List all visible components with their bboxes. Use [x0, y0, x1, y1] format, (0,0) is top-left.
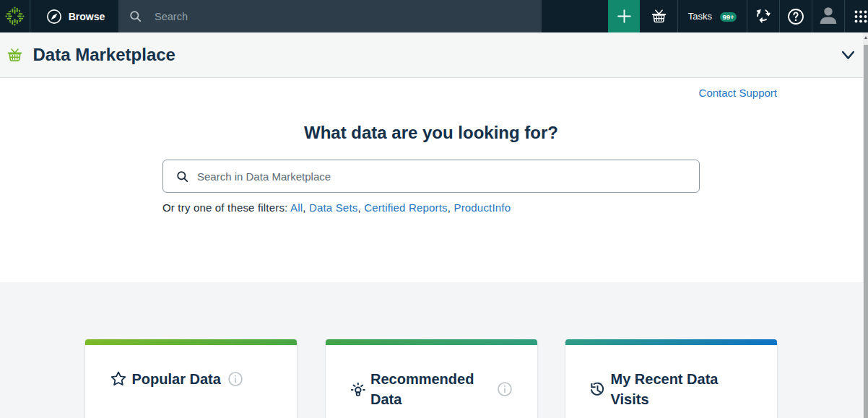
vertical-scrollbar[interactable]: [863, 32, 868, 418]
hero-heading: What data are you looking for?: [85, 121, 777, 144]
recent-visits-card[interactable]: My Recent Data Visits: [565, 339, 777, 418]
recommended-data-card[interactable]: Recommended Data: [326, 339, 537, 418]
scrollbar-thumb[interactable]: [864, 45, 868, 418]
marketplace-search-box[interactable]: [162, 160, 700, 193]
filters-prefix: Or try one of these filters:: [162, 201, 287, 214]
apps-menu-button[interactable]: [844, 0, 868, 32]
plus-icon: [617, 9, 632, 24]
scrollbar-up-arrow[interactable]: [864, 36, 867, 39]
tasks-button[interactable]: Tasks 99+: [677, 0, 747, 32]
marketplace-basket-icon: [7, 48, 22, 62]
apps-grid-icon: [854, 10, 867, 23]
star-icon: [110, 371, 126, 387]
marketplace-search-input[interactable]: [197, 170, 699, 183]
card-accent-strip: [565, 339, 777, 345]
help-icon: [787, 8, 804, 25]
card-title: Popular Data: [132, 369, 221, 389]
global-search-input[interactable]: [155, 11, 443, 22]
card-title: My Recent Data Visits: [611, 369, 731, 409]
filter-link-certified-reports[interactable]: Certified Reports: [364, 201, 448, 214]
page-header: Data Marketplace: [0, 32, 868, 78]
history-icon: [591, 382, 605, 396]
lightbulb-icon: [351, 383, 365, 396]
filter-link-data-sets[interactable]: Data Sets: [309, 201, 358, 214]
workflows-button[interactable]: [747, 0, 779, 32]
basket-icon: [651, 9, 667, 24]
collibra-logo-icon: [5, 6, 25, 26]
topbar-spacer: [542, 0, 608, 32]
tasks-label: Tasks: [688, 11, 712, 22]
collapse-header-button[interactable]: [841, 50, 855, 61]
browse-label: Browse: [69, 11, 105, 22]
search-icon: [129, 9, 142, 23]
tasks-count-badge: 99+: [720, 12, 737, 22]
help-button[interactable]: [779, 0, 812, 32]
contact-support-link[interactable]: Contact Support: [699, 87, 777, 99]
create-button[interactable]: [608, 0, 640, 32]
comma: ,: [448, 201, 451, 214]
info-icon[interactable]: [498, 382, 512, 396]
avatar-icon: [818, 7, 838, 24]
global-search[interactable]: [118, 0, 542, 32]
popular-data-card[interactable]: Popular Data: [85, 339, 297, 418]
top-navigation-bar: Browse Tasks 99+: [0, 0, 868, 32]
chevron-down-icon: [841, 50, 855, 61]
data-basket-button[interactable]: [640, 0, 677, 32]
card-title: Recommended Data: [370, 369, 490, 409]
page-title: Data Marketplace: [33, 45, 175, 65]
comma: ,: [357, 201, 360, 214]
info-icon[interactable]: [228, 372, 243, 386]
compass-icon: [46, 9, 62, 25]
card-accent-strip: [85, 339, 297, 345]
filters-row: Or try one of these filters: All, Data S…: [162, 201, 700, 214]
card-accent-strip: [326, 339, 537, 345]
collibra-logo[interactable]: [0, 0, 30, 32]
workflow-arrows-icon: [755, 8, 772, 25]
browse-button[interactable]: Browse: [30, 0, 118, 32]
search-icon: [175, 170, 189, 183]
user-avatar-button[interactable]: [812, 0, 844, 32]
filter-link-all[interactable]: All: [290, 201, 303, 214]
hero-section: Contact Support What data are you lookin…: [0, 78, 868, 282]
comma: ,: [303, 201, 305, 214]
filter-link-productinfo[interactable]: ProductInfo: [453, 201, 511, 214]
cards-section: Popular Data: [0, 282, 868, 418]
